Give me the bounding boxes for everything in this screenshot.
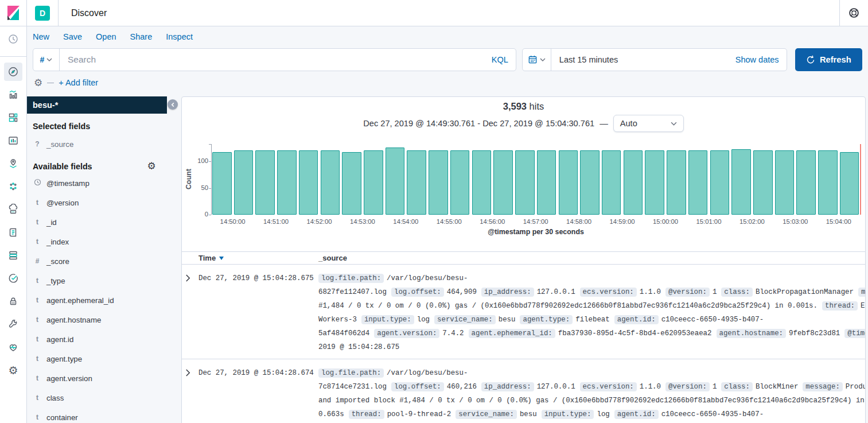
time-column-header[interactable]: Time [198,254,318,262]
collapse-sidebar-button[interactable] [168,99,178,110]
nav-logs-icon[interactable] [4,223,22,242]
histogram-bar[interactable] [753,150,773,215]
histogram-bar[interactable] [688,150,708,215]
histogram-bar[interactable] [234,150,254,215]
nav-stack-monitoring-icon[interactable] [4,338,22,356]
histogram-bar[interactable] [212,152,232,215]
time-range-value[interactable]: Last 15 minutes [551,55,735,64]
histogram-bar[interactable] [559,150,578,215]
expand-row-chevron-icon[interactable] [184,271,198,284]
nav-discover-icon[interactable] [4,63,22,81]
histogram-bar[interactable] [775,150,795,215]
menu-save-link[interactable]: Save [63,32,82,41]
field-item-agent.ephemeral_id[interactable]: tagent.ephemeral_id [27,290,181,310]
space-badge[interactable]: D [35,6,50,21]
histogram-bar[interactable] [818,150,838,215]
help-icon[interactable] [839,0,868,26]
source-field-name-badge: service_name: [456,410,517,419]
menu-share-link[interactable]: Share [130,32,153,41]
field-item-agent.hostname[interactable]: tagent.hostname [27,310,181,329]
histogram-bar[interactable] [364,150,383,215]
histogram-bar[interactable] [645,150,664,215]
table-header: Time _source [182,251,865,265]
source-field-name-badge: ip_address: [481,382,534,391]
field-item-_source[interactable]: ?_source [27,135,181,153]
field-item-_score[interactable]: #_score [27,251,181,271]
field-item-_id[interactable]: t_id [27,212,181,232]
expand-row-chevron-icon[interactable] [184,366,198,378]
histogram-bar[interactable] [321,150,340,215]
y-axis-tick-label: 50 [190,184,208,191]
field-item-agent.id[interactable]: tagent.id [27,329,181,349]
histogram-bar[interactable] [450,150,470,215]
query-language-button[interactable]: KQL [492,55,516,64]
y-axis-tick-label: 100 [190,157,208,164]
field-item-container[interactable]: tcontainer [27,408,181,423]
histogram-bar[interactable] [580,150,600,215]
field-item-_type[interactable]: t_type [27,271,181,290]
interval-select[interactable]: Auto [613,115,684,132]
histogram-bar[interactable] [386,148,405,215]
nav-siem-icon[interactable] [4,292,22,311]
x-axis-tick-label: 14:52:00 [306,218,332,225]
field-item-class[interactable]: tclass [27,388,181,408]
nav-canvas-icon[interactable] [4,131,22,150]
nav-recently-viewed-icon[interactable] [4,30,22,48]
histogram-bar[interactable] [710,150,730,215]
add-filter-button[interactable]: + Add filter [59,78,98,87]
refresh-button[interactable]: Refresh [795,48,862,71]
menu-inspect-link[interactable]: Inspect [166,32,193,41]
filter-type-button[interactable]: # [33,49,60,71]
field-item-_index[interactable]: t_index [27,232,181,251]
nav-uptime-icon[interactable] [4,269,22,288]
histogram-bar[interactable] [493,150,513,215]
field-item-agent.type[interactable]: tagent.type [27,349,181,368]
source-field-value: pool-9-thread-2 [387,410,451,418]
histogram-bar[interactable] [537,150,556,215]
discover-main-panel: 3,593 hits Dec 27, 2019 @ 14:49:30.761 -… [181,96,866,423]
nav-visualize-icon[interactable] [4,86,22,104]
nav-apm-icon[interactable] [4,200,22,219]
histogram-bar[interactable] [796,150,816,215]
histogram-bar[interactable] [515,150,535,215]
x-axis-tick-label: 14:56:00 [480,218,505,225]
histogram-bar[interactable] [429,150,448,215]
menu-open-link[interactable]: Open [96,32,116,41]
field-item-@timestamp[interactable]: @timestamp [27,173,181,193]
histogram-bar[interactable] [840,152,859,215]
show-dates-button[interactable]: Show dates [735,55,787,64]
chevron-down-icon [671,122,677,126]
field-item-agent.version[interactable]: tagent.version [27,368,181,388]
menu-new-link[interactable]: New [33,32,49,41]
histogram-bar[interactable] [299,150,318,215]
histogram-bar[interactable] [667,150,686,215]
histogram-bar[interactable] [624,150,643,215]
y-axis-tick [209,161,211,162]
histogram-bar[interactable] [342,152,361,215]
nav-machine-learning-icon[interactable] [4,177,22,196]
histogram-bar[interactable] [277,150,297,215]
index-pattern-selector[interactable]: besu-* [27,96,167,114]
x-axis-tick-label: 15:00:00 [653,218,678,225]
nav-dashboard-icon[interactable] [4,108,22,127]
field-settings-gear-icon[interactable]: ⚙ [144,158,159,173]
nav-metrics-icon[interactable] [4,246,22,265]
histogram-bar[interactable] [602,150,621,215]
histogram-bar[interactable] [731,149,751,215]
nav-maps-icon[interactable] [4,154,22,173]
histogram-bar[interactable] [255,150,275,215]
field-name: @version [46,199,79,207]
nav-dev-tools-icon[interactable] [4,315,22,333]
x-axis-title: @timestamp per 30 seconds [488,228,584,236]
histogram-bar[interactable] [472,150,492,215]
search-input[interactable] [60,55,492,65]
field-item-@version[interactable]: t@version [27,193,181,212]
filter-options-gear-icon[interactable]: ⚙ [34,78,42,88]
histogram-bar[interactable] [407,150,426,215]
nav-management-icon[interactable]: ⚙ [4,361,22,379]
kibana-logo[interactable] [0,0,27,26]
calendar-button[interactable] [523,49,551,71]
x-axis-tick-label: 15:03:00 [783,218,808,225]
top-bar: D Discover [0,0,868,26]
x-axis-tick-label: 14:53:00 [350,218,375,225]
